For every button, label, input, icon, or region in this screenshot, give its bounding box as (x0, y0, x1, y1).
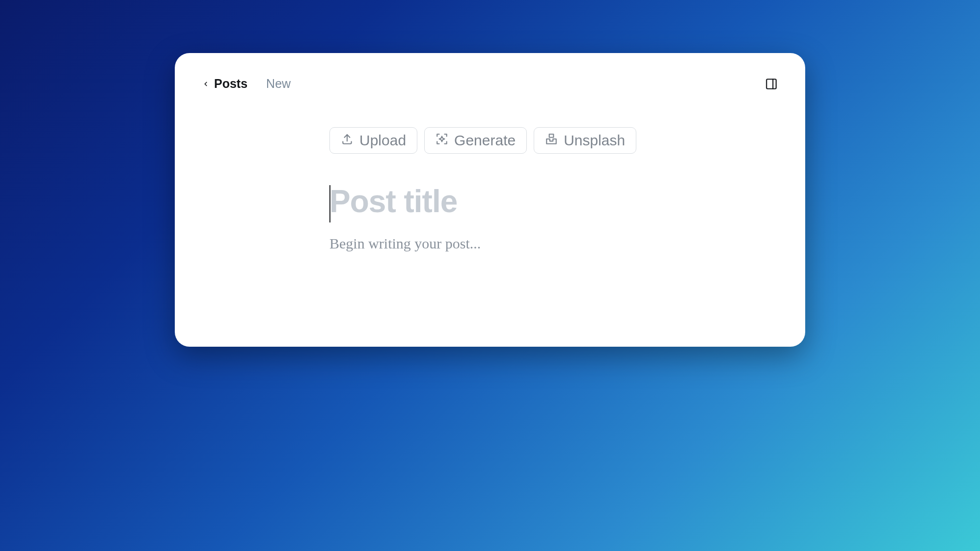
breadcrumb-current: New (266, 77, 291, 91)
upload-button-label: Upload (359, 132, 406, 149)
unsplash-button[interactable]: Unsplash (534, 127, 636, 154)
breadcrumb-posts-link[interactable]: Posts (214, 77, 247, 91)
chevron-left-icon[interactable] (202, 79, 209, 89)
svg-rect-0 (766, 79, 776, 89)
breadcrumb: Posts New (202, 77, 291, 91)
unsplash-icon (545, 132, 558, 149)
side-panel-toggle-icon[interactable] (765, 78, 778, 90)
editor-card: Posts New Upload (175, 53, 805, 347)
editor-content: Upload Generate (329, 127, 778, 287)
upload-icon (341, 132, 354, 149)
title-field-wrapper (329, 183, 778, 220)
sparkle-icon (436, 132, 448, 149)
topbar: Posts New (202, 77, 778, 91)
post-body-input[interactable] (329, 235, 722, 285)
svg-rect-3 (549, 134, 554, 138)
upload-button[interactable]: Upload (329, 127, 417, 154)
text-caret (329, 185, 330, 222)
generate-button-label: Generate (454, 132, 516, 149)
post-title-input[interactable] (329, 183, 722, 220)
body-field-wrapper (329, 235, 778, 287)
generate-button[interactable]: Generate (424, 127, 527, 154)
image-source-buttons: Upload Generate (329, 127, 778, 154)
unsplash-button-label: Unsplash (564, 132, 625, 149)
